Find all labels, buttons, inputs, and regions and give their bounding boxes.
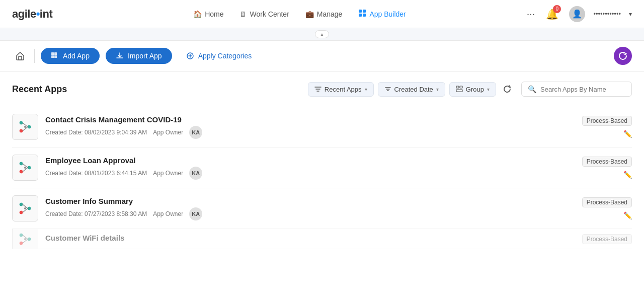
import-app-label: Import App [128,52,162,60]
svg-point-33 [28,238,31,241]
add-app-icon [51,52,59,60]
svg-point-19 [20,162,23,165]
owner-label: App Owner [153,210,183,217]
collapse-icon: ▲ [315,30,329,38]
process-badge: Process-Based [582,234,632,244]
app-name: Customer Info Summary [45,197,582,205]
app-meta: Created Date: 08/01/2023 6:44:15 AM App … [45,167,582,180]
svg-point-18 [24,126,26,128]
nav-appbuilder-label: App Builder [369,10,406,18]
monitor-icon: 🖥 [239,10,247,18]
svg-point-31 [20,234,23,237]
import-app-button[interactable]: Import App [106,48,172,64]
search-input[interactable] [540,86,625,93]
group-filter[interactable]: Group ▾ [449,82,496,97]
created-date-filter[interactable]: Created Date ▾ [378,82,445,97]
app-name: Employee Loan Approval [45,156,582,165]
nav-home[interactable]: 🏠 Home [193,10,223,18]
svg-rect-7 [51,55,54,58]
svg-point-26 [20,211,23,214]
app-meta: Created Date: 07/27/2023 8:58:30 AM App … [45,207,582,220]
created-date-filter-label: Created Date [394,86,433,93]
user-avatar-nav: 👤 [569,6,585,22]
filter-bar: Recent Apps Recent Apps ▾ Created Date ▾ [12,82,632,97]
notification-button[interactable]: 🔔 0 [543,5,561,23]
owner-label: App Owner [153,170,183,177]
group-filter-label: Group [466,86,484,93]
apply-categories-button[interactable]: Apply Categories [178,48,260,64]
top-navigation: agile•int 🏠 Home 🖥 Work Center 💼 Manage [0,0,644,28]
toolbar-home-button[interactable] [12,48,28,64]
app-info: Contact Crisis Management COVID-19 Creat… [45,115,582,139]
notification-badge: 0 [553,5,561,13]
svg-point-30 [24,207,26,209]
app-info: Customer Info Summary Created Date: 07/2… [45,197,582,220]
group-icon [456,86,463,93]
svg-rect-0 [359,10,362,13]
reset-icon [503,85,512,94]
reset-filter-button[interactable] [500,82,515,97]
refresh-icon [618,51,628,61]
svg-rect-6 [54,52,57,55]
edit-icon[interactable]: ✏️ [623,211,632,219]
nav-workcenter[interactable]: 🖥 Work Center [239,10,289,18]
owner-badge: KA [189,126,202,139]
list-item[interactable]: Customer WiFi details Process-Based [12,229,632,249]
created-date-chevron: ▾ [436,87,439,92]
search-icon: 🔍 [528,85,536,93]
app-icon [12,229,38,249]
home-nav-icon: 🏠 [193,10,202,18]
svg-point-13 [20,121,23,124]
process-badge: Process-Based [582,116,632,126]
svg-point-15 [28,125,31,128]
collapse-handle[interactable]: ▲ [0,28,644,41]
list-item[interactable]: Contact Crisis Management COVID-19 Creat… [12,107,632,148]
user-name-nav: •••••••••••• [593,10,621,18]
svg-point-20 [20,170,23,173]
group-chevron: ▾ [487,87,490,92]
svg-point-32 [20,242,23,245]
svg-rect-3 [363,14,366,17]
svg-rect-1 [363,10,366,13]
section-title: Recent Apps [12,84,302,95]
user-dropdown-chevron[interactable]: ▾ [629,11,632,18]
categories-icon [186,52,194,60]
svg-rect-5 [51,52,54,55]
owner-label: App Owner [153,129,183,136]
edit-icon[interactable]: ✏️ [623,171,632,179]
filter-group: Recent Apps ▾ Created Date ▾ Group ▾ [308,82,515,97]
nav-appbuilder[interactable]: App Builder [358,9,406,19]
owner-badge: KA [189,207,202,220]
app-icon [12,195,38,222]
list-item[interactable]: Employee Loan Approval Created Date: 08/… [12,148,632,188]
main-content: Recent Apps Recent Apps ▾ Created Date ▾ [0,71,644,259]
app-icon [12,155,38,181]
recent-apps-filter[interactable]: Recent Apps ▾ [308,82,374,97]
svg-point-25 [20,203,23,206]
recent-apps-filter-label: Recent Apps [325,86,362,93]
app-right: Process-Based ✏️ [582,116,632,138]
app-info: Customer WiFi details [45,234,582,244]
svg-rect-8 [54,55,57,58]
filter-icon [314,86,321,93]
app-name: Contact Crisis Management COVID-19 [45,115,582,124]
process-badge: Process-Based [582,197,632,207]
app-list: Contact Crisis Management COVID-19 Creat… [12,107,632,249]
app-right: Process-Based ✏️ [582,197,632,219]
svg-point-14 [20,129,23,132]
svg-rect-12 [456,90,462,92]
import-icon [116,52,124,60]
svg-rect-11 [460,86,462,88]
edit-icon[interactable]: ✏️ [623,130,632,138]
list-item[interactable]: Customer Info Summary Created Date: 07/2… [12,188,632,229]
created-date-value: Created Date: 08/01/2023 6:44:15 AM [45,170,147,177]
app-right: Process-Based [582,234,632,244]
nav-manage[interactable]: 💼 Manage [305,10,343,18]
svg-point-27 [28,207,31,210]
toolbar-right [614,47,632,65]
user-profile-button[interactable] [614,47,632,65]
add-app-button[interactable]: Add App [41,48,100,64]
search-box[interactable]: 🔍 [521,82,632,97]
more-options-icon[interactable]: ··· [527,8,535,20]
svg-point-21 [28,166,31,169]
